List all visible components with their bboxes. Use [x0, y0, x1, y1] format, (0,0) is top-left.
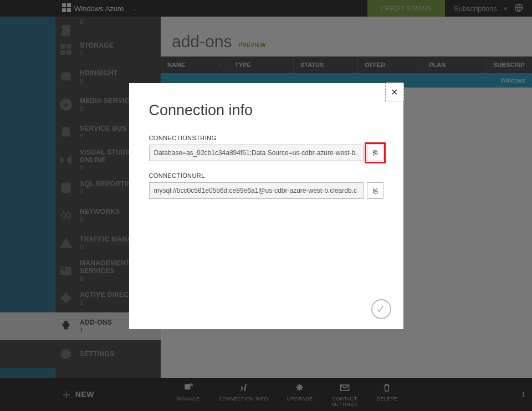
field-label: CONNECTIONURL	[149, 172, 383, 179]
close-button[interactable]: ✕	[385, 83, 404, 101]
connection-info-modal: ✕ Connection info CONNECTIONSTRING⎘CONNE…	[129, 83, 403, 329]
field-label: CONNECTIONSTRING	[149, 135, 383, 141]
connectionstring-input[interactable]	[149, 145, 364, 161]
modal-title: Connection info	[149, 102, 383, 119]
copy-button[interactable]: ⎘	[367, 182, 383, 199]
connectionurl-input[interactable]	[149, 182, 364, 199]
copy-button[interactable]: ⎘	[367, 145, 383, 161]
check-icon: ✓	[376, 302, 386, 316]
copy-icon: ⎘	[373, 148, 377, 157]
close-icon: ✕	[391, 87, 398, 97]
confirm-button[interactable]: ✓	[371, 299, 391, 319]
modal-overlay[interactable]: ✕ Connection info CONNECTIONSTRING⎘CONNE…	[0, 0, 532, 411]
copy-icon: ⎘	[373, 186, 377, 195]
